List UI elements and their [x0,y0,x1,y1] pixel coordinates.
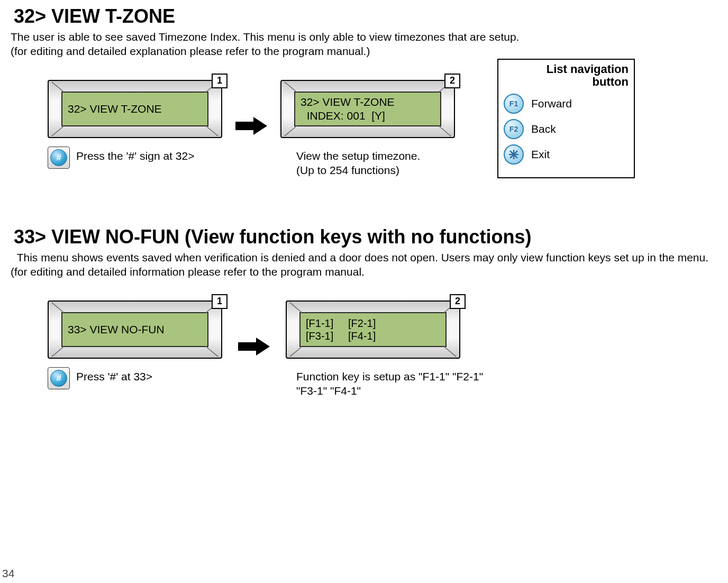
step-caption: Press the '#' sign at 32> [76,147,194,163]
title-line: button [593,75,629,88]
step-badge: 1 [212,74,228,88]
step-badge: 2 [444,74,460,88]
svg-marker-17 [238,338,270,356]
title-line: List navigation [547,62,629,76]
section-32-heading: 32> VIEW T-ZONE [14,5,717,28]
arrow-right-icon [238,338,270,356]
hash-key-icon: # [48,367,70,389]
nav-box-title: List navigation button [504,63,629,88]
section-33-heading: 33> VIEW NO-FUN (View function keys with… [14,226,717,248]
svg-line-3 [206,125,218,135]
exit-key-icon [504,144,524,165]
hash-key-icon: # [48,147,70,169]
lcd-display-32-step1: 32> VIEW T-ZONE 1 [48,80,222,138]
step-badge: 2 [450,294,466,309]
f2-key-icon: F2 [504,119,524,139]
svg-marker-4 [235,117,267,135]
list-navigation-box: List navigation button F1 Forward F2 Bac… [497,59,635,178]
svg-line-7 [285,125,297,135]
svg-line-8 [439,125,451,135]
svg-line-15 [52,346,64,356]
svg-line-20 [290,346,302,356]
caption-line: View the setup timezone. [296,150,420,162]
arrow-right-icon [235,117,267,135]
svg-line-21 [444,346,456,356]
desc-line: (for editing and detailed explanation pl… [11,45,370,57]
nav-label: Exit [531,148,550,161]
svg-line-2 [52,125,64,135]
svg-line-0 [52,82,64,92]
svg-line-16 [206,346,218,356]
step-caption: Function key is setup as "F1-1" "F2-1" "… [296,367,487,398]
section-32-description: The user is able to see saved Timezone I… [11,30,717,59]
svg-line-18 [290,302,302,312]
lcd-display-32-step2: 32> VIEW T-ZONE INDEX: 001 [Y] 2 [280,80,455,138]
nav-label: Forward [531,97,572,110]
svg-line-13 [52,302,64,312]
caption-line: (Up to 254 functions) [296,164,399,176]
svg-line-5 [285,82,297,92]
step-caption: View the setup timezone. (Up to 254 func… [296,147,420,178]
nav-label: Back [531,123,556,135]
lcd-display-33-step2: [F1-1] [F2-1] [F3-1] [F4-1] 2 [286,300,460,359]
lcd-display-33-step1: 33> VIEW NO-FUN 1 [48,300,222,359]
step-caption: Press '#' at 33> [76,367,152,384]
section-33-description: This menu shows events saved when verifi… [11,250,717,279]
desc-line: The user is able to see saved Timezone I… [11,31,519,43]
step-badge: 1 [212,294,228,309]
f1-key-icon: F1 [504,94,524,114]
